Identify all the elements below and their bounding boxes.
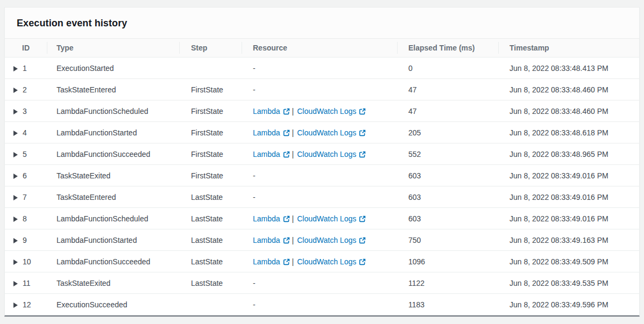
step-cell — [179, 294, 242, 315]
cloudwatch-logs-link-label: CloudWatch Logs — [297, 257, 356, 266]
row-id: 9 — [23, 236, 27, 244]
timestamp-cell: Jun 8, 2022 08:33:48.618 PM — [498, 122, 639, 143]
page-title: Execution event history — [17, 18, 127, 28]
expand-row-icon[interactable] — [13, 174, 18, 179]
id-cell: 9 — [5, 229, 47, 251]
resource-cell: - — [242, 79, 397, 100]
event-type-cell: TaskStateExited — [47, 272, 179, 294]
elapsed-time-cell: 47 — [397, 79, 498, 100]
table-row: 9 LambdaFunctionStarted LastState Lambda… — [5, 229, 639, 251]
resource-cell: Lambda|CloudWatch Logs — [242, 208, 397, 229]
elapsed-time-cell: 0 — [397, 57, 498, 79]
lambda-link[interactable]: Lambda — [253, 257, 290, 266]
resource-dash: - — [253, 193, 256, 201]
row-id: 5 — [23, 150, 27, 159]
cloudwatch-logs-link[interactable]: CloudWatch Logs — [297, 107, 366, 116]
id-cell: 2 — [5, 79, 47, 100]
cloudwatch-logs-link[interactable]: CloudWatch Logs — [297, 128, 366, 137]
link-separator: | — [292, 128, 294, 137]
lambda-link[interactable]: Lambda — [253, 107, 290, 116]
expand-row-icon[interactable] — [13, 195, 18, 200]
cloudwatch-logs-link[interactable]: CloudWatch Logs — [297, 257, 366, 266]
column-header-step: Step — [179, 39, 242, 57]
timestamp-cell: Jun 8, 2022 08:33:48.460 PM — [498, 100, 639, 122]
panel-header: Execution event history — [5, 8, 639, 38]
resource-cell: - — [242, 272, 397, 294]
row-id: 7 — [23, 193, 27, 201]
resource-cell: Lambda|CloudWatch Logs — [242, 100, 397, 122]
expand-row-icon[interactable] — [13, 88, 18, 93]
event-type-cell: TaskStateEntered — [47, 79, 179, 100]
external-link-icon — [283, 151, 290, 158]
id-cell: 1 — [5, 57, 47, 79]
lambda-link[interactable]: Lambda — [253, 236, 290, 244]
execution-event-history-panel: Execution event history ID Type Step Res… — [4, 7, 640, 316]
external-link-icon — [359, 108, 366, 115]
expand-row-icon[interactable] — [13, 217, 18, 222]
event-type-cell: ExecutionStarted — [47, 57, 179, 79]
expand-row-icon[interactable] — [13, 109, 18, 114]
event-type-cell: TaskStateExited — [47, 165, 179, 186]
lambda-link[interactable]: Lambda — [253, 128, 290, 137]
resource-cell: - — [242, 165, 397, 186]
external-link-icon — [359, 215, 366, 222]
resource-cell: - — [242, 186, 397, 208]
row-id: 12 — [23, 300, 31, 309]
expand-row-icon[interactable] — [13, 152, 18, 157]
event-type-cell: LambdaFunctionSucceeded — [47, 251, 179, 272]
external-link-icon — [283, 129, 290, 136]
expand-row-icon[interactable] — [13, 281, 18, 286]
step-cell: FirstState — [179, 79, 242, 100]
expand-row-icon[interactable] — [13, 238, 18, 243]
table-row: 5 LambdaFunctionSucceeded FirstState Lam… — [5, 143, 639, 165]
resource-dash: - — [253, 171, 256, 180]
external-link-icon — [283, 215, 290, 222]
event-type-cell: ExecutionSucceeded — [47, 294, 179, 315]
timestamp-cell: Jun 8, 2022 08:33:48.460 PM — [498, 79, 639, 100]
row-id: 6 — [23, 171, 27, 180]
elapsed-time-cell: 603 — [397, 186, 498, 208]
table-row: 4 LambdaFunctionStarted FirstState Lambd… — [5, 122, 639, 143]
lambda-link[interactable]: Lambda — [253, 214, 290, 223]
resource-cell: - — [242, 294, 397, 315]
link-separator: | — [292, 150, 294, 159]
resource-links: Lambda|CloudWatch Logs — [253, 107, 366, 116]
external-link-icon — [283, 258, 290, 265]
row-id: 3 — [23, 107, 27, 116]
timestamp-cell: Jun 8, 2022 08:33:49.509 PM — [498, 251, 639, 272]
elapsed-time-cell: 552 — [397, 143, 498, 165]
timestamp-cell: Jun 8, 2022 08:33:49.016 PM — [498, 208, 639, 229]
table-row: 1 ExecutionStarted - 0 Jun 8, 2022 08:33… — [5, 57, 639, 79]
external-link-icon — [359, 129, 366, 136]
lambda-link[interactable]: Lambda — [253, 150, 290, 159]
cloudwatch-logs-link[interactable]: CloudWatch Logs — [297, 214, 366, 223]
step-cell: LastState — [179, 272, 242, 294]
expand-row-icon[interactable] — [13, 303, 18, 308]
elapsed-time-cell: 205 — [397, 122, 498, 143]
id-cell: 12 — [5, 294, 47, 315]
id-cell: 5 — [5, 143, 47, 165]
elapsed-time-cell: 1096 — [397, 251, 498, 272]
cloudwatch-logs-link[interactable]: CloudWatch Logs — [297, 150, 366, 159]
resource-links: Lambda|CloudWatch Logs — [253, 214, 366, 223]
row-id: 11 — [23, 279, 31, 287]
expand-row-icon[interactable] — [13, 131, 18, 136]
row-id: 10 — [23, 257, 31, 266]
timestamp-cell: Jun 8, 2022 08:33:49.163 PM — [498, 229, 639, 251]
elapsed-time-cell: 603 — [397, 208, 498, 229]
cloudwatch-logs-link-label: CloudWatch Logs — [297, 214, 356, 223]
elapsed-time-cell: 603 — [397, 165, 498, 186]
cloudwatch-logs-link[interactable]: CloudWatch Logs — [297, 236, 366, 244]
expand-row-icon[interactable] — [13, 260, 18, 265]
event-type-cell: TaskStateEntered — [47, 186, 179, 208]
step-cell — [179, 57, 242, 79]
expand-row-icon[interactable] — [13, 66, 18, 71]
id-cell: 7 — [5, 186, 47, 208]
step-cell: FirstState — [179, 100, 242, 122]
column-header-resource: Resource — [242, 39, 397, 57]
cloudwatch-logs-link-label: CloudWatch Logs — [297, 236, 356, 244]
id-cell: 6 — [5, 165, 47, 186]
timestamp-cell: Jun 8, 2022 08:33:49.016 PM — [498, 165, 639, 186]
link-separator: | — [292, 214, 294, 223]
step-cell: FirstState — [179, 122, 242, 143]
